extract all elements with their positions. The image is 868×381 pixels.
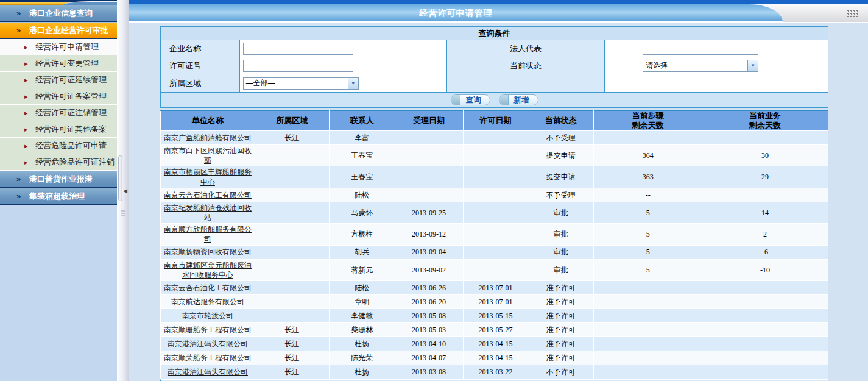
cell-step-days-left: -- [594,188,702,202]
cell-status: 准予许可 [528,336,594,351]
cell-company: 南京市建邺区金元船舶废油水回收服务中心 [161,259,255,280]
cell-contact: 柴珊林 [329,322,395,336]
cell-accept-date [395,166,463,188]
company-link[interactable]: 南京顺荣船务工程有限公司 [164,354,252,362]
add-button[interactable]: 新增 [499,94,538,105]
sidebar-item-1-5[interactable]: ▸经营许可证其他备案 [0,121,117,138]
menu-item-arrow-icon: ▸ [24,105,28,121]
cell-contact: 马蒙怀 [329,202,395,223]
sidebar-group-1[interactable]: »港口企业经营许可审批 [0,22,117,39]
cell-company: 南京顺扬物资回收有限公司 [161,245,255,259]
table-row: 南京纪发船舶清仓残油回收站马蒙怀2013-09-25审批514 [161,202,828,223]
cell-license-date [463,188,528,202]
sidebar-item-1-2[interactable]: ▸经营许可证延续管理 [0,72,117,88]
company-name-label: 企业名称 [161,40,240,57]
cell-license-date [463,166,528,188]
cell-step-days-left: -- [594,280,702,294]
sidebar-item-1-7[interactable]: ▸经营危险品许可证注销 [0,154,117,171]
cell-accept-date: 2013-04-07 [395,351,463,365]
cell-accept-date: 2013-05-08 [395,308,463,322]
cell-accept-date [395,188,463,202]
sidebar-splitter[interactable]: ◀ [117,0,129,381]
company-link[interactable]: 南京云合石油化工有限公司 [164,283,252,292]
cell-step-days-left: 5 [594,259,702,280]
cell-step-days-left: -- [594,336,702,351]
cell-contact: 李健敏 [329,308,395,322]
cell-biz-days-left [702,322,828,336]
cell-status: 准予许可 [528,280,594,294]
cell-biz-days-left: 29 [702,166,828,188]
cell-company: 南京顺珊船务工程有限公司 [161,322,255,336]
cell-company: 南京港清江码头有限公司 [161,336,255,351]
license-no-label: 许可证号 [161,57,240,74]
chevron-down-icon: ▼ [348,78,358,89]
company-link[interactable]: 南京航达服务有限公司 [171,297,244,306]
company-link[interactable]: 南京云合石油化工有限公司 [164,191,252,199]
cell-contact: 陆松 [329,280,395,294]
sidebar-item-1-3[interactable]: ▸经营许可证备案管理 [0,88,117,105]
cell-contact: 蒋新元 [329,259,395,280]
collapse-sidebar-icon[interactable]: ◀ [123,188,127,194]
splitter-handle[interactable] [118,155,122,201]
company-link[interactable]: 南京顺珊船务工程有限公司 [164,326,252,334]
cell-accept-date: 2013-03-08 [395,365,463,379]
company-link[interactable]: 南京顺扬物资回收有限公司 [164,247,252,256]
cell-license-date: 2013-05-27 [463,322,528,336]
page-title: 经营许可申请管理 [129,4,783,22]
cell-biz-days-left: 2 [702,224,828,245]
cell-accept-date: 2013-09-04 [395,245,463,259]
sidebar-item-1-1[interactable]: ▸经营许可变更管理 [0,55,117,72]
cell-region: 长江 [255,336,329,351]
cell-step-days-left: 5 [594,224,702,245]
cell-region [255,280,329,294]
table-row: 南京顺珊船务工程有限公司长江柴珊林2013-05-032013-05-27准予许… [161,322,828,336]
cell-region [255,308,329,322]
cell-region [255,224,329,245]
cell-biz-days-left [702,336,828,351]
sidebar-group-2[interactable]: »港口普货作业报港 [0,171,117,188]
cell-license-date: 2013-05-15 [463,308,528,322]
company-link[interactable]: 南京市栖霞区丰辉船舶服务中心 [164,168,252,186]
company-link[interactable]: 南京市轮渡公司 [182,312,233,320]
company-link[interactable]: 南京广益船舶清舱有限公司 [164,134,252,142]
table-row: 南京顺荣船务工程有限公司长江陈光荣2013-04-072013-04-15准予许… [161,351,828,365]
cell-contact: 王春宝 [329,166,395,188]
license-no-input[interactable] [243,60,353,72]
company-link[interactable]: 南京纪发船舶清仓残油回收站 [164,204,252,222]
sidebar-item-1-6[interactable]: ▸经营危险品许可申请 [0,138,117,154]
column-header-company: 单位名称 [161,111,255,131]
table-row: 南京广益船舶清舱有限公司长江李富不予受理-- [161,131,828,145]
cell-company: 南京纪发船舶清仓残油回收站 [161,202,255,223]
sidebar-group-3[interactable]: »集装箱超载治理 [0,188,117,205]
search-button[interactable]: 查询 [451,94,490,105]
cell-company: 南京港清江码头有限公司 [161,365,255,379]
table-row: 南京市栖霞区丰辉船舶服务中心王春宝提交申请36329 [161,166,828,188]
cell-license-date [463,245,528,259]
cell-status: 提交申请 [528,166,594,188]
sidebar-item-1-4[interactable]: ▸经营许可证注销管理 [0,105,117,121]
company-link[interactable]: 南京顺方欣船舶服务有限公司 [164,225,252,243]
menu-item-arrow-icon: ▸ [24,88,28,104]
cell-license-date: 2013-03-22 [463,365,528,379]
company-link[interactable]: 南京港清江码头有限公司 [168,368,248,376]
company-link[interactable]: 南京市建邺区金元船舶废油水回收服务中心 [164,261,252,279]
sidebar-group-0[interactable]: »港口企业信息查询 [0,5,117,22]
cell-biz-days-left [702,365,828,379]
menu-group-arrow-icon: » [16,23,21,38]
legal-rep-label: 法人代表 [446,40,605,57]
cell-accept-date: 2013-04-10 [395,336,463,351]
cell-license-date [463,259,528,280]
table-row: 南京市白下区恩赐污油回收部王春宝提交申请36430 [161,145,828,166]
cell-company: 南京顺荣船务工程有限公司 [161,351,255,365]
status-select[interactable]: 请选择 ▼ [643,60,758,72]
company-link[interactable]: 南京市白下区恩赐污油回收部 [164,146,252,165]
column-header-status: 当前状态 [528,111,594,131]
corner-grip-dots-icon [847,9,859,17]
company-name-input[interactable] [243,43,353,55]
sidebar-item-1-0[interactable]: ▸经营许可申请管理 [0,39,117,55]
region-select[interactable]: —全部— ▼ [243,77,359,90]
cell-accept-date [395,145,463,166]
company-link[interactable]: 南京港清江码头有限公司 [168,340,248,348]
cell-accept-date: 2013-09-12 [395,224,463,245]
legal-rep-input[interactable] [643,43,758,55]
